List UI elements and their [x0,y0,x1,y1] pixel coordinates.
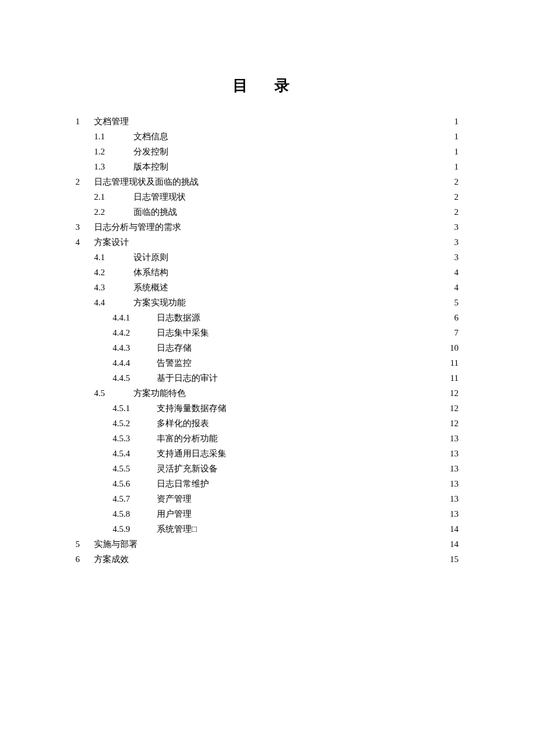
toc-entry-text: 文档管理 [94,114,129,128]
toc-entry-page: 3 [447,220,459,234]
toc-entry-number: 4.4.2 [113,326,145,340]
toc-entry-text: 设计原则 [122,250,168,264]
toc-entry-number: 3 [75,220,94,234]
toc-entry-text: 方案设计 [94,235,129,249]
toc-entry-text: 日志日常维护 [145,477,209,491]
toc-entry-page: 6 [447,311,459,325]
toc-entry-page: 5 [447,296,459,309]
toc-entry-text: 文档信息 [122,129,168,143]
toc-entry-text: 系统概述 [122,280,168,294]
toc-body: 1文档管理11.1文档信息11.2分发控制11.3版本控制12日志管理现状及面临… [75,114,459,566]
toc-entry: 4.5.6日志日常维护13 [75,477,459,491]
toc-entry: 4.4.4告警监控11 [75,356,459,370]
toc-entry-page: 12 [447,416,459,430]
toc-entry-number: 4.5 [94,386,122,400]
toc-entry-text: 日志分析与管理的需求 [94,220,181,234]
toc-entry: 4.1设计原则3 [75,250,459,264]
toc-entry-page: 13 [447,492,459,506]
toc-entry: 4.3系统概述4 [75,280,459,294]
toc-entry-text: 实施与部署 [94,537,138,551]
toc-entry-number: 1 [75,114,94,128]
toc-entry: 2日志管理现状及面临的挑战2 [75,175,459,189]
toc-entry-text: 灵活扩充新设备 [145,462,218,476]
toc-entry-page: 13 [447,507,459,521]
toc-entry-page: 11 [447,371,459,385]
toc-entry-number: 4.5.9 [113,522,145,536]
toc-entry-text: 支持通用日志采集 [145,447,226,460]
toc-entry-number: 5 [75,537,94,551]
toc-entry-page: 1 [447,145,459,159]
toc-entry-number: 4.5.3 [113,431,145,445]
toc-entry: 4.4方案实现功能5 [75,296,459,309]
toc-entry: 1.2分发控制1 [75,145,459,159]
toc-entry-number: 1.3 [94,160,122,174]
toc-entry: 4.5.3丰富的分析功能13 [75,431,459,445]
toc-entry-number: 4.5.8 [113,507,145,521]
toc-entry-page: 7 [447,326,459,340]
toc-entry: 4.5.5灵活扩充新设备13 [75,462,459,476]
toc-entry-text: 版本控制 [122,160,168,174]
toc-entry-text: 方案实现功能 [122,296,186,309]
toc-entry-page: 3 [447,250,459,264]
toc-entry-number: 4.5.2 [113,416,145,430]
toc-entry-text: 系统管理□ [145,522,197,536]
toc-entry-text: 日志数据源 [145,311,200,325]
toc-entry: 1文档管理1 [75,114,459,128]
toc-entry-text: 告警监控 [145,356,192,370]
toc-entry: 4方案设计3 [75,235,459,249]
toc-entry: 4.5.2多样化的报表12 [75,416,459,430]
toc-entry-number: 4.5.6 [113,477,145,491]
toc-entry-text: 日志管理现状及面临的挑战 [94,175,199,189]
toc-entry-text: 面临的挑战 [122,205,177,219]
toc-entry-text: 基于日志的审计 [145,371,218,385]
toc-entry: 4.5.1支持海量数据存储12 [75,401,459,415]
toc-entry-number: 4.5.1 [113,401,145,415]
toc-entry-page: 3 [447,235,459,249]
toc-entry-text: 支持海量数据存储 [145,401,226,415]
document-page: 目 录 1文档管理11.1文档信息11.2分发控制11.3版本控制12日志管理现… [0,0,534,756]
toc-entry-page: 13 [447,462,459,476]
toc-entry-number: 4.3 [94,280,122,294]
toc-entry-page: 2 [447,205,459,219]
toc-entry: 4.4.3日志存储10 [75,341,459,355]
toc-entry-text: 日志集中采集 [145,326,209,340]
toc-entry: 4.4.5基于日志的审计11 [75,371,459,385]
toc-entry-number: 1.2 [94,145,122,159]
toc-entry-number: 4.5.4 [113,447,145,460]
toc-entry: 5实施与部署14 [75,537,459,551]
toc-entry-page: 13 [447,447,459,460]
toc-entry-number: 4 [75,235,94,249]
toc-entry: 4.5.4支持通用日志采集13 [75,447,459,460]
toc-entry-text: 多样化的报表 [145,416,209,430]
toc-entry-text: 用户管理 [145,507,192,521]
toc-entry-page: 4 [447,280,459,294]
toc-entry-number: 4.4.1 [113,311,145,325]
toc-entry-number: 2.1 [94,190,122,204]
toc-entry-page: 15 [447,552,459,566]
toc-entry-page: 14 [447,522,459,536]
toc-entry-text: 体系结构 [122,265,168,279]
toc-entry-page: 4 [447,265,459,279]
toc-entry-number: 2.2 [94,205,122,219]
toc-entry: 4.5.7资产管理13 [75,492,459,506]
toc-entry: 3日志分析与管理的需求3 [75,220,459,234]
toc-entry-page: 13 [447,431,459,445]
toc-entry-number: 4.4.3 [113,341,145,355]
toc-title: 目 录 [75,75,459,96]
toc-entry-text: 方案成效 [94,552,129,566]
toc-entry: 4.4.2日志集中采集7 [75,326,459,340]
toc-entry-number: 4.1 [94,250,122,264]
toc-entry: 4.5.9系统管理□14 [75,522,459,536]
toc-entry-page: 10 [447,341,459,355]
toc-entry: 4.2体系结构4 [75,265,459,279]
toc-entry-page: 14 [447,537,459,551]
toc-entry-page: 12 [447,386,459,400]
toc-entry: 4.5.8用户管理13 [75,507,459,521]
toc-entry-text: 方案功能特色 [122,386,186,400]
toc-entry-page: 1 [447,129,459,143]
toc-entry: 1.1文档信息1 [75,129,459,143]
toc-entry: 1.3版本控制1 [75,160,459,174]
toc-entry-page: 11 [447,356,459,370]
toc-entry: 4.4.1日志数据源6 [75,311,459,325]
toc-entry: 2.2面临的挑战2 [75,205,459,219]
